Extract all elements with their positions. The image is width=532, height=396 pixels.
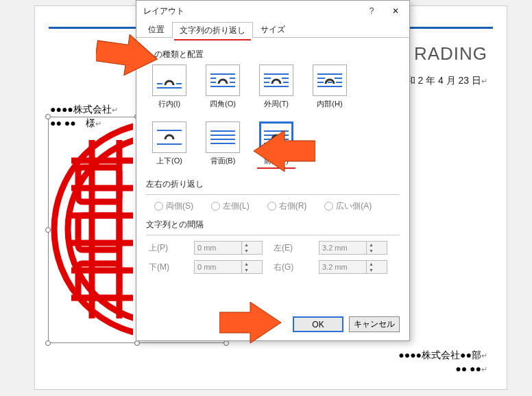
label-top: 上(P) (149, 242, 183, 254)
wrap-option-square[interactable]: 四角(O) (204, 65, 242, 109)
resize-handle[interactable] (134, 340, 140, 346)
spin-right[interactable]: ▲▼ (319, 260, 387, 274)
spin-top[interactable]: ▲▼ (194, 241, 263, 255)
label-right: 右(G) (274, 261, 308, 273)
lr-radio-group: 両側(S) 左側(L) 右側(R) 広い側(A) (154, 200, 400, 212)
wrap-option-topbottom[interactable]: 上下(O) (150, 121, 189, 169)
tab-size[interactable]: サイズ (253, 21, 293, 37)
annotation-arrow-icon (219, 302, 281, 350)
seal-stamp-image[interactable] (51, 119, 133, 339)
resize-handle[interactable] (45, 340, 51, 346)
label-bottom: 下(M) (149, 261, 183, 273)
section-lr-wrap: 左右の折り返し (146, 178, 400, 190)
doc-heading: RADING (414, 43, 487, 65)
label-left: 左(E) (274, 242, 308, 254)
svg-marker-38 (96, 34, 158, 80)
annotation-arrow-icon (254, 130, 315, 178)
tab-text-wrapping[interactable]: 文字列の折り返し (172, 22, 253, 38)
wrap-option-tight[interactable]: 外周(T) (257, 65, 295, 109)
cancel-button[interactable]: キャンセル (349, 316, 400, 332)
radio-both[interactable]: 両側(S) (154, 200, 193, 212)
spin-left[interactable]: ▲▼ (319, 241, 387, 255)
section-spacing: 文字列との間隔 (146, 219, 400, 231)
wrap-option-through[interactable]: 内部(H) (311, 65, 349, 109)
ok-button[interactable]: OK (293, 316, 343, 332)
help-button[interactable]: ? (361, 6, 382, 16)
doc-footer-name: ●● ●● (455, 363, 487, 374)
doc-company: ●●●●株式会社 (50, 104, 118, 116)
radio-wide[interactable]: 広い側(A) (324, 200, 372, 212)
resize-handle[interactable] (45, 227, 51, 233)
radio-left[interactable]: 左側(L) (211, 200, 250, 212)
doc-date: 和 2 年 4 月 23 日 (406, 75, 487, 87)
radio-right[interactable]: 右側(R) (267, 200, 307, 212)
svg-marker-39 (254, 130, 315, 172)
section-wrap-type: しの種類と配置 (146, 49, 400, 60)
spin-bottom[interactable]: ▲▼ (194, 260, 263, 274)
doc-footer-company: ●●●●株式会社●●部 (398, 349, 487, 362)
resize-handle[interactable] (45, 114, 51, 119)
close-button[interactable]: ✕ (382, 6, 409, 16)
dialog-titlebar[interactable]: レイアウト ? ✕ (136, 1, 409, 21)
annotation-arrow-icon (96, 34, 158, 82)
svg-marker-40 (219, 302, 281, 343)
dialog-tabs: 位置 文字列の折り返し サイズ (136, 21, 409, 38)
dialog-title-text: レイアウト (143, 5, 361, 17)
wrap-option-behind[interactable]: 背面(B) (204, 121, 242, 169)
